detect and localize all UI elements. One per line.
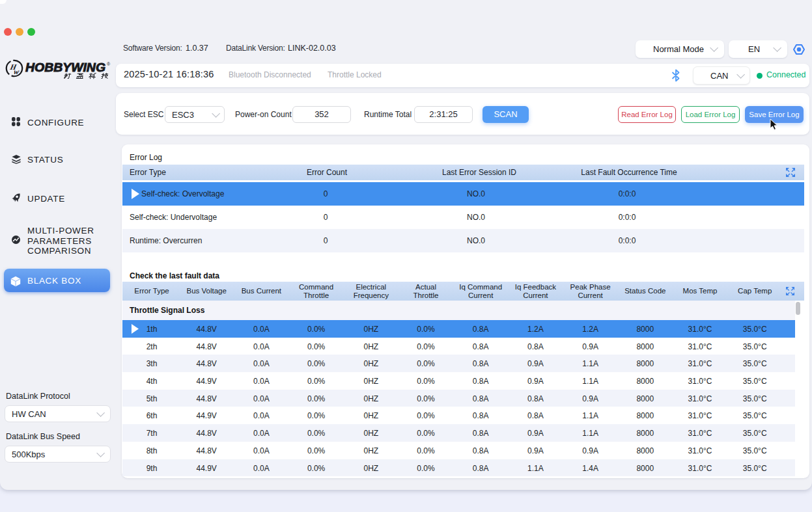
svg-text:®: ® bbox=[107, 62, 111, 66]
svg-text:HOBBYWING: HOBBYWING bbox=[25, 61, 105, 74]
